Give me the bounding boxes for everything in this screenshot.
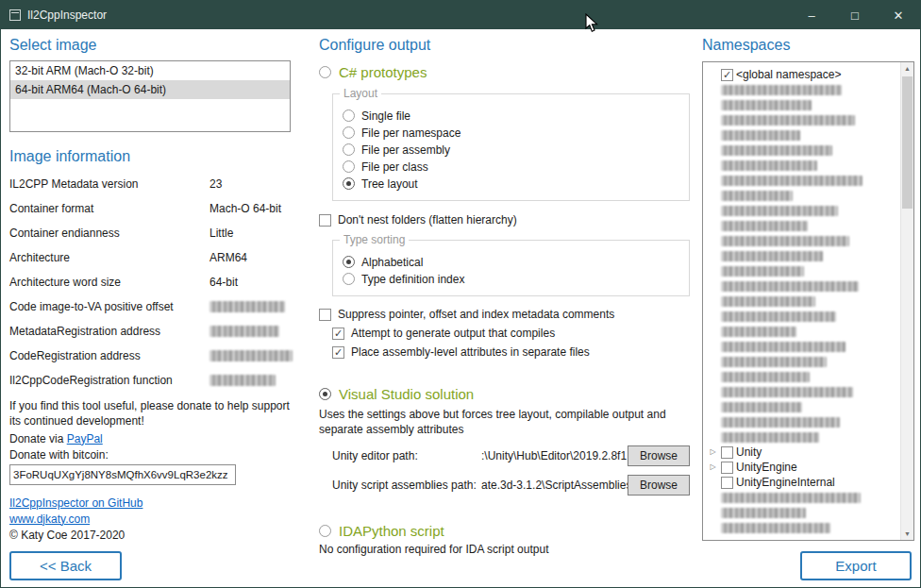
namespace-item-redacted[interactable] [708,112,896,127]
redacted-label [721,523,830,533]
namespace-item-redacted[interactable] [708,414,896,429]
radio-option[interactable]: File per namespace [343,125,679,141]
idapython-script-option[interactable]: IDAPython script [319,523,690,539]
namespace-label: UnityEngine [736,461,797,474]
namespace-item-redacted[interactable] [708,218,896,233]
mouse-cursor [585,13,598,33]
namespace-item-redacted[interactable] [708,399,896,414]
checkbox-icon[interactable] [721,477,733,489]
scroll-down-icon[interactable]: ▼ [901,528,913,540]
info-label: Container format [9,202,209,215]
type-sorting-groupbox: Type sorting AlphabeticalType definition… [332,240,690,296]
redacted-label [721,176,862,186]
image-list-item[interactable]: 64-bit ARM64 (Mach-O 64-bit) [10,80,290,99]
browse-script-button[interactable]: Browse [628,475,690,496]
checkbox-icon [332,328,344,340]
links-block: Il2CppInspector on GitHub www.djkaty.com… [9,496,291,542]
namespace-item-redacted[interactable] [708,294,896,309]
namespace-item[interactable]: <global namespace> [708,67,896,82]
checkbox-option[interactable]: Attempt to generate output that compiles [332,327,690,340]
namespaces-title: Namespaces [702,37,914,54]
maximize-button[interactable]: □ [833,1,877,29]
select-image-title: Select image [9,37,291,54]
namespace-item[interactable]: ▷Unity [708,445,896,460]
export-button[interactable]: Export [800,551,912,580]
namespace-item-redacted[interactable] [708,82,896,97]
namespace-item-redacted[interactable] [708,233,896,248]
info-row: ArchitectureARM64 [9,249,291,265]
back-button[interactable]: << Back [9,551,122,580]
namespace-label: <global namespace> [736,68,841,81]
namespaces-scrollbar[interactable]: ▲ ▼ [900,62,913,540]
website-link[interactable]: www.djkaty.com [9,512,90,526]
namespace-item-redacted[interactable] [708,203,896,218]
csharp-prototypes-option[interactable]: C# prototypes [319,64,690,80]
scrollbar-thumb[interactable] [902,76,913,209]
namespace-item-redacted[interactable] [708,278,896,294]
checkbox-option[interactable]: Place assembly-level attributes in separ… [332,345,690,359]
namespace-item-redacted[interactable] [708,520,896,535]
minimize-button[interactable]: – [790,1,833,29]
image-list-item[interactable]: 32-bit ARM (Mach-O 32-bit) [10,61,290,80]
redacted-label [721,281,859,292]
bitcoin-address-input[interactable] [9,464,236,485]
namespace-item-redacted[interactable] [708,369,896,384]
radio-option[interactable]: File per class [343,159,679,175]
github-link[interactable]: Il2CppInspector on GitHub [9,496,142,510]
radio-option[interactable]: Type definition index [343,271,679,287]
image-listbox[interactable]: 32-bit ARM (Mach-O 32-bit)64-bit ARM64 (… [9,60,291,132]
namespace-item-redacted[interactable] [708,248,896,263]
redacted-label [721,130,800,141]
radio-option[interactable]: Alphabetical [343,254,679,270]
namespace-item-redacted[interactable] [708,505,896,520]
namespace-item-redacted[interactable] [708,490,896,505]
namespace-item-redacted[interactable] [708,158,896,173]
paypal-link[interactable]: PayPal [67,432,103,445]
checkbox-label: Suppress pointer, offset and index metad… [338,308,614,321]
expander-icon[interactable]: ▷ [708,448,718,456]
checkbox-icon [319,309,331,321]
flatten-hierarchy-label: Don't nest folders (flatten hierarchy) [338,213,517,227]
unity-editor-path-label: Unity editor path: [332,449,481,462]
namespace-item-redacted[interactable] [708,173,896,188]
checkbox-icon[interactable] [721,462,733,474]
checkbox-icon[interactable] [721,69,733,81]
info-value: Mach-O 64-bit [209,202,281,215]
namespace-item-redacted[interactable] [708,263,896,278]
namespace-item-redacted[interactable] [708,324,896,339]
redacted-label [721,296,815,307]
namespaces-listbox[interactable]: <global namespace>▷Unity▷UnityEngineUnit… [702,61,914,541]
namespace-item-redacted[interactable] [708,384,896,399]
namespace-item-redacted[interactable] [708,309,896,324]
redacted-value [209,375,276,386]
redacted-label [721,342,846,352]
expander-icon[interactable]: ▷ [708,463,718,471]
scroll-up-icon[interactable]: ▲ [901,62,913,75]
radio-option[interactable]: Single file [343,108,679,124]
titlebar: Il2CppInspector – □ ✕ [1,1,920,29]
namespace-item-redacted[interactable] [708,127,896,143]
checkbox-option[interactable]: Suppress pointer, offset and index metad… [319,308,690,321]
redacted-label [721,493,861,503]
visual-studio-solution-option[interactable]: Visual Studio solution [319,386,690,402]
radio-option[interactable]: File per assembly [343,142,679,158]
namespace-item[interactable]: ▷UnityEngine [708,460,896,475]
namespace-item[interactable]: UnityEngineInternal [708,475,896,490]
redacted-label [721,311,836,322]
redacted-label [721,191,793,201]
namespace-item-redacted[interactable] [708,143,896,158]
radio-option[interactable]: Tree layout [343,176,679,192]
redacted-label [721,417,840,428]
namespace-item-redacted[interactable] [708,339,896,354]
browse-editor-button[interactable]: Browse [628,445,690,466]
namespace-item-redacted[interactable] [708,429,896,445]
close-button[interactable]: ✕ [877,1,920,29]
namespace-item-redacted[interactable] [708,97,896,112]
info-value [209,375,276,386]
info-row: Il2CppCodeRegistration function [9,372,291,388]
namespace-item-redacted[interactable] [708,354,896,369]
namespace-item-redacted[interactable] [708,188,896,203]
checkbox-icon[interactable] [721,446,733,459]
flatten-hierarchy-checkbox[interactable]: Don't nest folders (flatten hierarchy) [319,213,690,227]
info-value: 64-bit [209,276,238,289]
